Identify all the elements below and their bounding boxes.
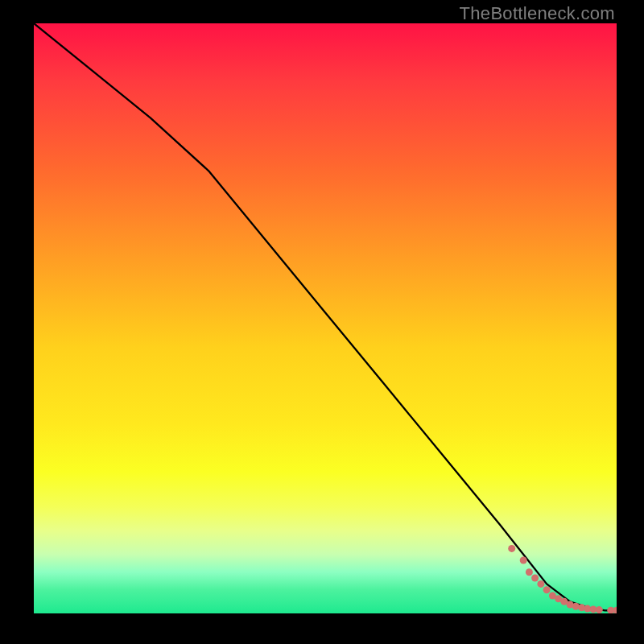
- attribution-text: TheBottleneck.com: [460, 3, 615, 24]
- scatter-dot: [531, 575, 539, 582]
- scatter-dot: [508, 545, 515, 552]
- plot-area: [34, 23, 617, 613]
- scatter-dot: [526, 568, 533, 576]
- scatter-dot: [543, 586, 551, 593]
- scatter-dot: [537, 580, 544, 588]
- scatter-dot: [596, 606, 603, 613]
- plot-overlay: [34, 23, 617, 613]
- main-curve: [34, 23, 617, 610]
- scatter-dot: [520, 557, 527, 564]
- chart-frame: TheBottleneck.com: [0, 0, 644, 644]
